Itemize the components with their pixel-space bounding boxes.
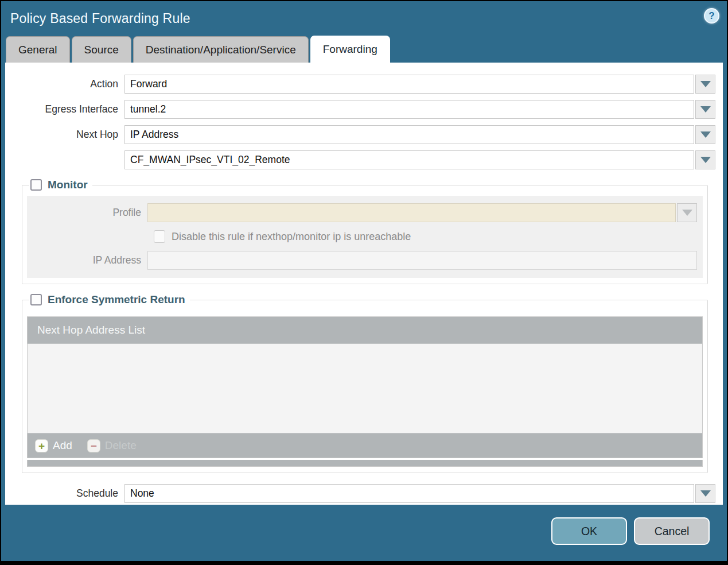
monitor-ip-address-input — [147, 251, 697, 270]
egress-interface-label: Egress Interface — [5, 103, 124, 115]
chevron-down-icon — [700, 131, 711, 138]
profile-row: Profile — [27, 203, 697, 222]
enforce-symmetric-return-title: Enforce Symmetric Return — [48, 293, 185, 306]
profile-input — [147, 203, 676, 222]
next-hop-address-row — [5, 150, 715, 169]
action-label: Action — [5, 78, 124, 90]
disable-rule-row: Disable this rule if nexthop/monitor ip … — [154, 230, 697, 243]
dialog-titlebar: Policy Based Forwarding Rule ? — [1, 1, 727, 36]
add-button-label: Add — [53, 439, 72, 452]
help-icon[interactable]: ? — [704, 8, 719, 24]
dialog-footer: OK Cancel — [1, 505, 727, 561]
enforce-symmetric-return-group: Enforce Symmetric Return Next Hop Addres… — [22, 293, 708, 473]
schedule-dropdown-button[interactable] — [695, 484, 715, 503]
disable-rule-label: Disable this rule if nexthop/monitor ip … — [172, 231, 411, 243]
next-hop-row: Next Hop — [5, 125, 715, 144]
schedule-label: Schedule — [5, 487, 124, 500]
action-dropdown-button[interactable] — [695, 75, 715, 94]
next-hop-address-list-header: Next Hop Address List — [28, 317, 702, 343]
tab-general[interactable]: General — [6, 36, 70, 63]
chevron-down-icon — [700, 490, 711, 497]
disable-rule-checkbox — [154, 230, 165, 243]
delete-button-label: Delete — [105, 439, 137, 452]
add-button: + Add — [35, 439, 72, 452]
monitor-group: Monitor Profile Disable this rule — [22, 179, 708, 284]
next-hop-address-input[interactable] — [124, 150, 694, 169]
next-hop-address-list-toolbar: + Add − Delete — [28, 434, 702, 458]
minus-icon: − — [87, 439, 100, 452]
egress-interface-input[interactable] — [124, 100, 694, 119]
profile-label: Profile — [27, 207, 147, 219]
egress-interface-row: Egress Interface — [5, 100, 715, 119]
tab-forwarding[interactable]: Forwarding — [310, 36, 390, 63]
plus-icon: + — [35, 439, 48, 452]
monitor-ip-address-label: IP Address — [27, 254, 147, 266]
schedule-input[interactable] — [124, 484, 694, 503]
next-hop-dropdown-button[interactable] — [695, 125, 715, 144]
monitor-checkbox[interactable] — [30, 179, 42, 191]
chevron-down-icon — [682, 210, 692, 216]
action-row: Action — [5, 75, 715, 94]
tab-content-forwarding: Action Egress Interface Next Hop — [5, 63, 723, 505]
next-hop-address-dropdown-button[interactable] — [695, 150, 715, 169]
delete-button: − Delete — [87, 439, 137, 452]
profile-dropdown-button — [677, 203, 697, 222]
action-input[interactable] — [124, 75, 694, 94]
next-hop-address-list-body[interactable] — [28, 343, 702, 434]
schedule-row: Schedule — [5, 484, 715, 503]
tab-bar: General Source Destination/Application/S… — [1, 36, 727, 63]
next-hop-address-list-table: Next Hop Address List + Add − Delete — [27, 316, 703, 458]
dialog-title: Policy Based Forwarding Rule — [10, 11, 190, 26]
egress-interface-dropdown-button[interactable] — [695, 100, 715, 119]
chevron-down-icon — [700, 81, 711, 87]
chevron-down-icon — [700, 106, 711, 113]
monitor-panel: Profile Disable this rule if nexthop/mon… — [27, 196, 703, 278]
table-scroll-strip — [27, 460, 703, 467]
tab-source[interactable]: Source — [72, 36, 131, 63]
ok-button[interactable]: OK — [551, 517, 627, 545]
chevron-down-icon — [700, 157, 711, 163]
monitor-group-title: Monitor — [48, 179, 88, 191]
next-hop-type-input[interactable] — [124, 125, 694, 144]
next-hop-label: Next Hop — [5, 129, 124, 141]
cancel-button[interactable]: Cancel — [634, 517, 710, 545]
enforce-symmetric-return-checkbox[interactable] — [30, 294, 42, 305]
monitor-ip-address-row: IP Address — [27, 251, 697, 270]
policy-based-forwarding-dialog: Policy Based Forwarding Rule ? General S… — [1, 1, 727, 561]
tab-destination-application-service[interactable]: Destination/Application/Service — [133, 36, 309, 63]
